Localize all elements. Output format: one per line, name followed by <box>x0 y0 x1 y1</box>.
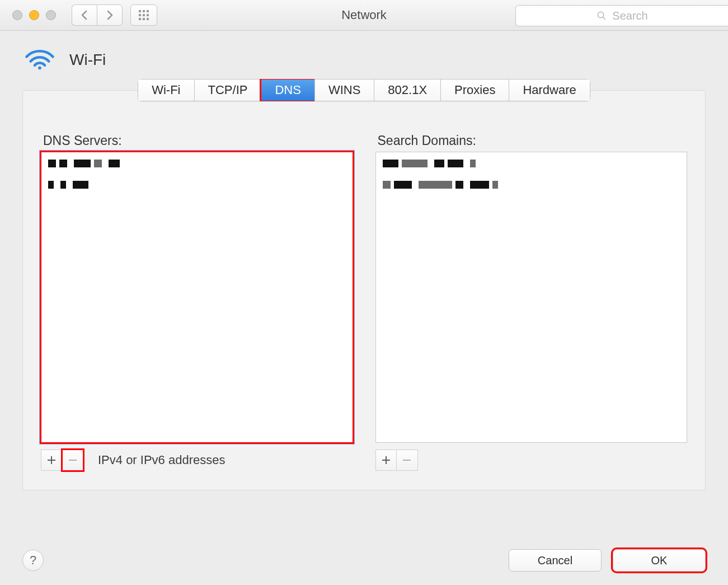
plus-icon <box>46 455 57 465</box>
show-all-button[interactable] <box>130 4 157 26</box>
forward-button[interactable] <box>97 4 123 26</box>
tab-dns[interactable]: DNS <box>261 79 314 101</box>
titlebar: Network Search <box>0 0 728 31</box>
search-field[interactable]: Search <box>515 5 728 26</box>
dns-add-button[interactable] <box>41 450 62 471</box>
dns-remove-button[interactable] <box>62 450 83 471</box>
search-domains-title: Search Domains: <box>378 133 688 148</box>
dns-servers-column: DNS Servers: <box>41 133 353 471</box>
list-item[interactable] <box>41 174 353 195</box>
tab-wifi[interactable]: Wi-Fi <box>138 79 194 101</box>
svg-point-0 <box>598 12 604 18</box>
chevron-left-icon <box>81 10 88 20</box>
minus-icon <box>68 455 78 465</box>
search-placeholder: Search <box>612 10 647 22</box>
tab-wins[interactable]: WINS <box>314 79 374 101</box>
interface-name: Wi-Fi <box>69 51 106 69</box>
ok-button[interactable]: OK <box>613 549 706 572</box>
svg-point-2 <box>38 66 41 69</box>
cancel-button[interactable]: Cancel <box>509 549 602 572</box>
svg-line-1 <box>603 17 606 20</box>
help-button[interactable]: ? <box>22 550 44 571</box>
wifi-icon <box>24 48 56 72</box>
interface-header: Wi-Fi <box>0 31 728 78</box>
nav-buttons <box>72 4 123 26</box>
list-item[interactable] <box>376 174 687 195</box>
domain-add-button[interactable] <box>375 450 397 471</box>
grid-icon <box>139 10 149 20</box>
close-window-button[interactable] <box>12 10 22 20</box>
window-controls <box>12 10 56 20</box>
search-field-wrap: Search <box>515 5 728 25</box>
search-domains-list[interactable] <box>375 152 688 443</box>
list-item[interactable] <box>376 152 687 174</box>
footer: ? Cancel OK <box>0 536 728 585</box>
back-button[interactable] <box>72 4 97 26</box>
plus-icon <box>381 455 391 465</box>
tab-proxies[interactable]: Proxies <box>440 79 509 101</box>
domain-remove-button[interactable] <box>397 450 418 471</box>
dns-footer-note: IPv4 or IPv6 addresses <box>98 453 225 467</box>
tab-8021x[interactable]: 802.1X <box>374 79 440 101</box>
dns-servers-title: DNS Servers: <box>43 133 353 148</box>
search-icon <box>597 11 607 21</box>
minus-icon <box>402 455 412 465</box>
minimize-window-button[interactable] <box>29 10 39 20</box>
chevron-right-icon <box>106 10 114 20</box>
tab-tcpip[interactable]: TCP/IP <box>194 79 261 101</box>
list-item[interactable] <box>41 152 353 174</box>
zoom-window-button[interactable] <box>46 10 56 20</box>
search-domains-column: Search Domains: <box>375 133 688 471</box>
tab-hardware[interactable]: Hardware <box>509 79 590 101</box>
question-mark-icon: ? <box>30 553 36 568</box>
settings-panel: DNS Servers: <box>22 90 706 490</box>
dns-servers-list[interactable] <box>41 152 353 443</box>
